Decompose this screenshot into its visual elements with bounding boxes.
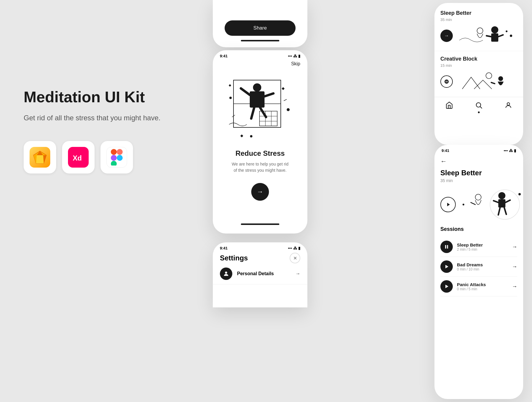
svg-point-35 — [491, 26, 498, 33]
creative-block-play-btn[interactable] — [440, 75, 453, 88]
nav-home[interactable] — [445, 101, 453, 113]
wifi-icon-2: ⁂ — [293, 246, 297, 250]
svg-point-61 — [518, 193, 521, 195]
detail-time: 9:41 — [442, 148, 449, 153]
tool-icons: Xd — [24, 141, 171, 174]
svg-point-39 — [506, 30, 507, 32]
xd-icon: Xd — [68, 147, 89, 168]
svg-point-11 — [117, 155, 123, 161]
svg-line-17 — [265, 93, 273, 96]
sleep-better-illustration — [456, 25, 517, 46]
svg-point-40 — [510, 35, 512, 37]
svg-rect-43 — [447, 81, 447, 82]
session-item-panic-attacks[interactable]: Panic Attacks 0 min / 5 min → — [440, 277, 517, 296]
svg-rect-7 — [111, 149, 117, 155]
svg-line-59 — [504, 208, 506, 214]
signal-icon: ▪▪▪ — [288, 54, 292, 58]
session-item-bad-dreams[interactable]: Bad Dreams 0 min / 10 min → — [440, 257, 517, 277]
sketch-icon — [30, 147, 50, 168]
session-item-sleep-better[interactable]: Sleep Better 2 min / 5 min → — [440, 237, 517, 257]
wifi-icon: ⁂ — [293, 54, 297, 58]
detail-status-icons: ▪▪▪ ⁂ ▮ — [504, 148, 516, 153]
sleep-better-duration: 35 min — [440, 17, 517, 22]
signal-icon-3: ▪▪▪ — [504, 148, 508, 153]
phone-share: Share — [213, 0, 307, 47]
sleep-better-card: Sleep Better 35 min → — [434, 5, 523, 51]
sleep-better-content: → — [440, 25, 517, 46]
svg-rect-29 — [240, 134, 243, 137]
creative-block-content — [440, 71, 517, 92]
settings-close-button[interactable]: ✕ — [290, 253, 300, 263]
signal-icon-2: ▪▪▪ — [288, 246, 292, 250]
next-button[interactable]: → — [251, 183, 269, 201]
settings-item-personal[interactable]: Personal Details → — [213, 263, 307, 284]
svg-point-54 — [498, 192, 505, 199]
illustration-svg — [225, 71, 296, 142]
session-sleep-name: Sleep Better — [457, 242, 512, 247]
creative-block-duration: 15 min — [440, 63, 517, 68]
nav-search[interactable] — [475, 101, 483, 113]
svg-line-19 — [260, 108, 266, 117]
svg-line-53 — [471, 202, 475, 205]
svg-point-52 — [475, 194, 481, 200]
svg-point-49 — [507, 103, 510, 105]
svg-rect-30 — [229, 84, 231, 87]
battery-icon-2: ▮ — [298, 246, 300, 250]
svg-line-58 — [498, 208, 500, 215]
svg-line-56 — [494, 201, 498, 202]
back-arrow[interactable]: ← — [440, 158, 517, 165]
svg-rect-42 — [446, 81, 446, 82]
session-play-icon-1 — [440, 260, 453, 273]
svg-marker-50 — [447, 203, 450, 206]
svg-line-38 — [498, 35, 503, 37]
detail-illustration — [434, 185, 523, 224]
detail-illus-art — [460, 188, 523, 221]
svg-point-45 — [498, 76, 503, 81]
svg-line-57 — [505, 200, 510, 202]
skip-text[interactable]: Skip — [291, 61, 300, 67]
svg-line-48 — [480, 107, 482, 108]
personal-details-icon — [220, 268, 232, 280]
svg-point-47 — [476, 103, 481, 107]
svg-point-41 — [445, 80, 449, 84]
svg-rect-62 — [445, 245, 446, 249]
subtitle: Get rid of all the stress that you might… — [24, 113, 171, 123]
sleep-better-play-btn[interactable]: → — [440, 30, 453, 42]
svg-point-44 — [486, 73, 492, 79]
personal-details-label: Personal Details — [237, 271, 296, 276]
phone-settings: 9:41 ▪▪▪ ⁂ ▮ Settings ✕ Personal Details… — [213, 242, 307, 307]
svg-marker-4 — [36, 155, 44, 163]
share-button[interactable]: Share — [225, 20, 296, 36]
settings-title: Settings — [220, 254, 248, 262]
svg-point-60 — [463, 204, 464, 205]
onboarding-content: Skip — [213, 58, 307, 231]
session-panic-arrow: → — [512, 283, 517, 290]
personal-details-arrow: → — [296, 271, 300, 276]
session-sleep-info: Sleep Better 2 min / 5 min — [457, 242, 512, 252]
svg-marker-65 — [445, 285, 448, 288]
session-pause-icon — [440, 241, 453, 253]
phone-onboarding: 9:41 ▪▪▪ ⁂ ▮ Skip — [213, 50, 307, 234]
detail-play-btn[interactable] — [440, 197, 456, 212]
wifi-icon-3: ⁂ — [509, 148, 513, 153]
svg-line-37 — [486, 36, 491, 37]
main-title: Meditation UI Kit — [24, 89, 171, 106]
creative-block-illustration — [456, 71, 517, 92]
session-bad-dreams-name: Bad Dreams — [457, 262, 512, 267]
svg-rect-15 — [250, 91, 265, 108]
status-bar: 9:41 ▪▪▪ ⁂ ▮ — [213, 50, 307, 58]
session-sleep-arrow: → — [512, 244, 517, 250]
svg-rect-10 — [111, 161, 117, 166]
home-indicator — [241, 40, 279, 41]
detail-title: Sleep Better — [440, 169, 517, 177]
nav-profile[interactable] — [505, 101, 512, 113]
onboard-desc: We are here to help you get ridof the st… — [232, 161, 288, 174]
phone-session-detail: 9:41 ▪▪▪ ⁂ ▮ ← Sleep Better 35 min — [434, 145, 523, 399]
settings-header: Settings ✕ — [213, 253, 307, 263]
session-panic-info: Panic Attacks 0 min / 5 min — [457, 282, 512, 291]
sketch-icon-wrapper — [24, 141, 56, 174]
creative-block-card: Creative Block 15 min — [434, 51, 523, 97]
svg-rect-20 — [259, 111, 277, 126]
bottom-nav — [434, 97, 523, 117]
svg-line-18 — [251, 108, 254, 119]
